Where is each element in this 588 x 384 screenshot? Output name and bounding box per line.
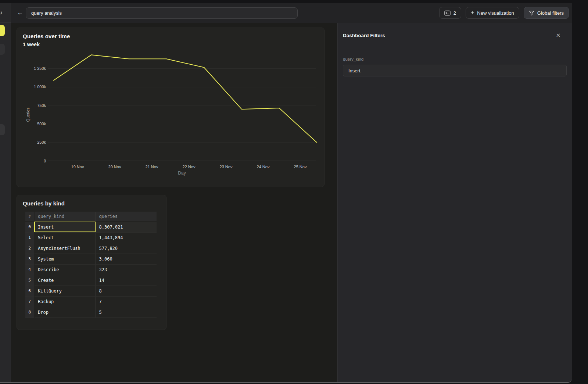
topbar-actions: 2 + New visualization Global filters bbox=[439, 7, 569, 19]
svg-text:500k: 500k bbox=[37, 122, 46, 126]
row-index-cell: 0 bbox=[25, 222, 34, 232]
app-window: ↻ ← 2 bbox=[0, 3, 572, 383]
header-query-kind[interactable]: query_kind bbox=[34, 212, 96, 222]
queries-value-cell[interactable]: 5 bbox=[96, 307, 157, 317]
query-kind-cell[interactable]: Backup bbox=[34, 296, 96, 307]
svg-text:250k: 250k bbox=[37, 140, 46, 144]
console-count-button[interactable]: 2 bbox=[439, 7, 461, 19]
queries-by-kind-table: # query_kind queries 0Insert8,307,0211Se… bbox=[25, 212, 157, 318]
new-visualization-label: New visualization bbox=[477, 10, 514, 16]
filters-panel-title: Dashboard Filters bbox=[343, 33, 385, 38]
queries-value-cell[interactable]: 577,820 bbox=[96, 243, 157, 254]
queries-table-body: 0Insert8,307,0211Select1,443,8942AsyncIn… bbox=[25, 222, 157, 317]
row-index-cell: 5 bbox=[25, 275, 34, 286]
sidebar-divider bbox=[0, 58, 11, 58]
table-row: 6KillQuery8 bbox=[25, 286, 157, 296]
row-index-cell: 6 bbox=[25, 286, 34, 296]
global-filters-label: Global filters bbox=[537, 10, 564, 16]
svg-text:Queries: Queries bbox=[26, 107, 30, 122]
table-row: 3System3,060 bbox=[25, 254, 157, 264]
console-count: 2 bbox=[453, 10, 456, 16]
row-index-cell: 7 bbox=[25, 296, 34, 307]
svg-text:24 Nov: 24 Nov bbox=[257, 165, 270, 169]
svg-text:750k: 750k bbox=[37, 103, 46, 108]
screen-background: ↻ ← 2 bbox=[0, 0, 588, 384]
svg-text:Day: Day bbox=[178, 171, 186, 176]
queries-value-cell[interactable]: 323 bbox=[96, 264, 157, 275]
table-row: 1Select1,443,894 bbox=[25, 232, 157, 243]
svg-text:0: 0 bbox=[44, 159, 46, 163]
dashboard-canvas: Queries over time 1 week 0250k500k750k1 … bbox=[11, 23, 337, 382]
svg-text:19 Nov: 19 Nov bbox=[71, 165, 84, 169]
queries-value-cell[interactable]: 1,443,894 bbox=[96, 232, 157, 243]
dashboard-filters-panel: Dashboard Filters × query_kind bbox=[337, 23, 572, 382]
table-row: 4Describe323 bbox=[25, 264, 157, 275]
sidebar: ↻ bbox=[0, 3, 11, 382]
queries-value-cell[interactable]: 8 bbox=[96, 286, 157, 296]
filter-funnel-icon bbox=[529, 10, 534, 16]
row-index-cell: 1 bbox=[25, 232, 34, 243]
sidebar-item[interactable] bbox=[0, 44, 5, 55]
query-kind-cell[interactable]: Describe bbox=[34, 264, 96, 275]
svg-text:22 Nov: 22 Nov bbox=[183, 165, 196, 169]
svg-text:20 Nov: 20 Nov bbox=[108, 165, 121, 169]
svg-text:25 Nov: 25 Nov bbox=[294, 165, 307, 169]
query-kind-cell[interactable]: System bbox=[34, 254, 96, 264]
main-column: ← 2 + New visualization bbox=[11, 3, 572, 382]
queries-by-kind-card[interactable]: Queries by kind # query_kind queries 0In bbox=[17, 195, 166, 330]
back-button[interactable]: ← bbox=[15, 9, 26, 17]
chart-title: Queries over time bbox=[23, 33, 324, 39]
sidebar-top: ↻ bbox=[0, 3, 11, 23]
query-kind-cell[interactable]: Select bbox=[34, 232, 96, 243]
query-kind-cell[interactable]: Create bbox=[34, 275, 96, 286]
row-index-cell: 4 bbox=[25, 264, 34, 275]
table-row: 5Create14 bbox=[25, 275, 157, 286]
queries-value-cell[interactable]: 14 bbox=[96, 275, 157, 286]
queries-over-time-card[interactable]: Queries over time 1 week 0250k500k750k1 … bbox=[17, 28, 325, 187]
filter-field-label: query_kind bbox=[343, 57, 567, 61]
body-row: Queries over time 1 week 0250k500k750k1 … bbox=[11, 23, 572, 382]
chart-subtitle: 1 week bbox=[23, 42, 324, 47]
table-title: Queries by kind bbox=[23, 200, 166, 207]
plus-icon: + bbox=[471, 10, 474, 16]
svg-text:21 Nov: 21 Nov bbox=[146, 165, 158, 169]
table-header-row: # query_kind queries bbox=[25, 212, 157, 222]
svg-text:23 Nov: 23 Nov bbox=[220, 165, 233, 169]
query-kind-cell[interactable]: KillQuery bbox=[34, 286, 96, 296]
header-queries[interactable]: queries bbox=[96, 212, 157, 222]
svg-text:1 250k: 1 250k bbox=[34, 66, 46, 71]
filters-panel-header: Dashboard Filters × bbox=[338, 23, 572, 48]
new-visualization-button[interactable]: + New visualization bbox=[466, 7, 519, 19]
table-row: 8Drop5 bbox=[25, 307, 157, 317]
row-index-cell: 8 bbox=[25, 307, 34, 317]
row-index-cell: 3 bbox=[25, 254, 34, 264]
table-row: 0Insert8,307,021 bbox=[25, 222, 157, 232]
table-row: 7Backup7 bbox=[25, 296, 157, 307]
query-kind-cell[interactable]: Insert bbox=[34, 222, 96, 232]
sidebar-item[interactable] bbox=[0, 124, 5, 135]
console-icon bbox=[444, 10, 451, 16]
global-filters-button[interactable]: Global filters bbox=[524, 7, 569, 19]
topbar: ← 2 + New visualization bbox=[11, 3, 572, 23]
queries-value-cell[interactable]: 3,060 bbox=[96, 254, 157, 264]
header-index: # bbox=[25, 212, 34, 222]
table-row: 2AsyncInsertFlush577,820 bbox=[25, 243, 157, 254]
queries-value-cell[interactable]: 8,307,021 bbox=[96, 222, 157, 232]
close-icon[interactable]: × bbox=[554, 31, 562, 39]
sidebar-item-active[interactable] bbox=[0, 25, 5, 36]
query-kind-cell[interactable]: Drop bbox=[34, 307, 96, 317]
filters-panel-body: query_kind bbox=[338, 48, 572, 76]
query-kind-filter-input[interactable] bbox=[343, 65, 567, 76]
row-index-cell: 2 bbox=[25, 243, 34, 254]
refresh-icon[interactable]: ↻ bbox=[0, 10, 3, 16]
query-kind-cell[interactable]: AsyncInsertFlush bbox=[34, 243, 96, 254]
dashboard-title-input[interactable] bbox=[26, 7, 298, 19]
svg-text:1 000k: 1 000k bbox=[34, 85, 46, 89]
queries-value-cell[interactable]: 7 bbox=[96, 296, 157, 307]
queries-over-time-chart: 0250k500k750k1 000k1 250k19 Nov20 Nov21 … bbox=[23, 50, 319, 179]
